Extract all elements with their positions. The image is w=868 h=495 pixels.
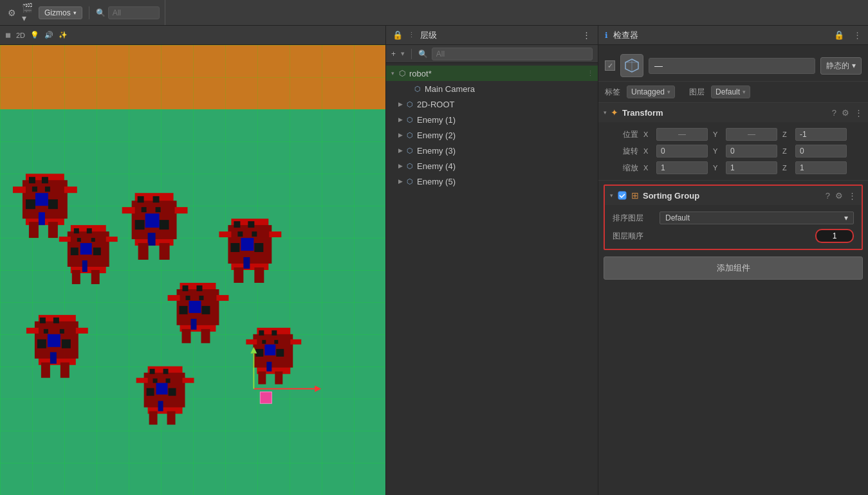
svg-rect-3 [42,177,48,183]
svg-rect-73 [163,369,169,374]
scene-background [0,45,385,495]
svg-rect-83 [167,411,176,425]
hierarchy-item-enemy3[interactable]: ▶ ⬡ Enemy (3) [386,143,598,158]
scene-search-input[interactable] [108,6,160,19]
sorting-layer-dropdown[interactable]: Default ▾ [660,212,854,224]
static-dropdown[interactable]: 静态的 ▾ [820,57,862,75]
svg-rect-86 [234,221,240,228]
object-name-input[interactable] [649,58,815,74]
svg-rect-59 [196,285,202,291]
gizmos-label: Gizmos [44,8,71,17]
tag-dropdown[interactable]: Untagged ▾ [627,86,675,98]
sorting-expand-icon: ▾ [610,192,613,199]
svg-rect-5 [45,186,50,192]
svg-rect-10 [13,186,26,193]
transform-help-icon[interactable]: ? [832,108,836,118]
svg-rect-101 [272,330,277,336]
layer-dropdown[interactable]: Default ▾ [711,86,750,98]
hierarchy-search-input[interactable] [432,48,593,60]
position-row: 位置 X Y Z [606,126,860,143]
gizmos-button[interactable]: Gizmos ▾ [39,6,82,19]
scene-2d-btn[interactable]: 2D [16,32,25,39]
tag-label: 标签 [605,87,620,98]
svg-rect-65 [191,319,197,330]
hierarchy-item-enemy4[interactable]: ▶ ⬡ Enemy (4) [386,158,598,174]
svg-rect-95 [269,231,281,237]
inspector-content: ✓ 静态的 ▾ 标签 Untagged ▾ [598,45,868,495]
scene-canvas[interactable] [0,45,385,495]
transform-icon: ✦ [611,107,618,118]
svg-rect-116 [260,392,272,404]
scale-z-input[interactable] [795,161,847,174]
inspector-panel: ℹ 检查器 🔒 ⋮ ✓ 静态的 ▾ [598,26,868,495]
position-label: 位置 [606,129,638,140]
sorting-menu-icon[interactable]: ⋮ [848,191,856,201]
hierarchy-content: ▾ ⬡ robot* ⋮ ▶ ⬡ Main Camera ▶ ⬡ 2D-ROOT… [386,63,598,495]
svg-rect-55 [160,243,170,260]
pos-y-input[interactable] [726,128,777,141]
sorting-settings-icon[interactable]: ⚙ [835,191,843,201]
hierarchy-item-enemy1[interactable]: ▶ ⬡ Enemy (1) [386,112,598,127]
svg-rect-94 [219,231,231,237]
sorting-order-input[interactable] [815,229,854,243]
hierarchy-item-main-camera[interactable]: ▶ ⬡ Main Camera [386,81,598,96]
rot-z-input[interactable] [795,145,847,158]
inspector-info-icon: ℹ [605,31,608,40]
camera-cube-icon: ⬡ [414,85,421,93]
scene-fx-icon: ✨ [59,31,68,39]
scale-y-axis: Y [713,164,721,172]
sorting-layer-label: 排序图层 [613,213,654,224]
transform-settings-icon[interactable]: ⚙ [842,108,849,118]
transform-menu-icon[interactable]: ⋮ [854,108,863,118]
tools-icon[interactable]: ⚙ [5,6,18,19]
pos-x-input[interactable] [656,128,708,141]
enemy1-expand-icon: ▶ [396,116,404,123]
sorting-order-row: 图层顺序 [613,227,854,245]
svg-rect-97 [254,267,264,283]
add-component-button[interactable]: 添加组件 [604,256,863,280]
sorting-group-body: 排序图层 Default ▾ 图层顺序 [605,205,862,249]
svg-rect-48 [135,220,145,230]
rot-y-input[interactable] [726,145,777,158]
hierarchy-item-robot[interactable]: ▾ ⬡ robot* ⋮ [386,66,598,81]
object-enabled-checkbox[interactable]: ✓ [605,60,615,71]
svg-rect-45 [153,196,160,203]
sorting-help-icon[interactable]: ? [826,191,830,201]
hierarchy-dots-btn[interactable]: ⋮ [582,30,591,40]
hierarchy-item-enemy5[interactable]: ▶ ⬡ Enemy (5) [386,174,598,189]
sorting-group-actions: ? ⚙ ⋮ [826,191,856,201]
static-label: 静态的 [826,60,849,71]
camera-icon[interactable]: 🎬▾ [22,6,35,19]
svg-rect-51 [148,233,156,246]
transform-component: ▾ ✦ Transform ? ⚙ ⋮ 位置 X Y [598,103,868,181]
tool-section: ⚙ 🎬▾ Gizmos ▾ 🔍 [0,0,165,25]
svg-rect-7 [48,199,58,209]
hierarchy-item-2d-root[interactable]: ▶ ⬡ 2D-ROOT [386,96,598,112]
layer-arrow: ▾ [743,89,746,95]
svg-rect-110 [258,372,266,384]
svg-rect-27 [91,270,100,284]
svg-rect-23 [82,260,88,272]
sorting-group-header[interactable]: ▾ ⊞ Sorting Group ? ⚙ ⋮ [605,186,862,205]
svg-rect-107 [266,362,272,372]
search-section: 🔍 [96,6,160,19]
scale-y-input[interactable] [726,161,777,174]
transform-header[interactable]: ▾ ✦ Transform ? ⚙ ⋮ [598,103,868,122]
sprites-layer [0,45,385,495]
rot-x-input[interactable] [656,145,708,158]
svg-rect-25 [106,237,118,242]
enemy3-label: Enemy (3) [417,146,456,156]
pos-z-input[interactable] [795,128,847,141]
main-content: ◼ 2D 💡 🔊 ✨ [0,26,868,495]
inspector-lock-icon[interactable]: 🔒 [834,30,844,40]
scale-x-input[interactable] [656,161,708,174]
robot-label: robot* [409,69,432,78]
robot-menu-btn[interactable]: ⋮ [587,69,594,78]
inspector-more-btn[interactable]: ⋮ [853,30,862,40]
hier-add-btn[interactable]: + [391,50,396,59]
hierarchy-item-enemy2[interactable]: ▶ ⬡ Enemy (2) [386,127,598,143]
sorting-check[interactable] [617,190,627,201]
sorting-order-container [660,229,854,243]
svg-rect-64 [189,301,201,313]
hierarchy-more-icon: ⋮ [408,31,415,39]
